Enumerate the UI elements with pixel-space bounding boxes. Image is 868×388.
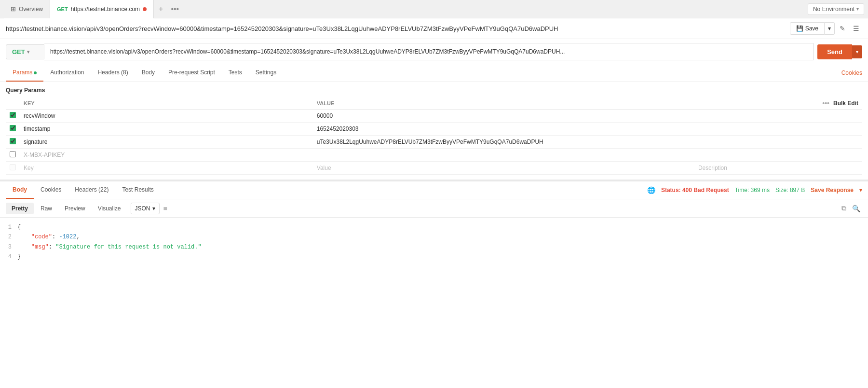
desc-placeholder[interactable]: Description — [698, 165, 727, 171]
bulk-edit-button[interactable]: Bulk Edit — [833, 100, 858, 107]
save-response-button[interactable]: Save Response — [811, 187, 854, 194]
subtab-preview[interactable]: Preview — [59, 203, 91, 214]
save-button[interactable]: 💾 Save — [790, 22, 825, 35]
query-params-section: Query Params KEY VALUE ••• Bulk Edit rec… — [0, 82, 868, 180]
overview-label: Overview — [19, 6, 43, 13]
tab-tests[interactable]: Tests — [222, 64, 249, 82]
subtab-raw[interactable]: Raw — [35, 203, 58, 214]
response-tabs-row: Body Cookies Headers (22) Test Results 🌐… — [0, 181, 868, 199]
url-title-bar: https://testnet.binance.vision/api/v3/op… — [0, 18, 868, 39]
subtab-pretty[interactable]: Pretty — [6, 203, 34, 214]
send-button[interactable]: Send — [817, 44, 852, 59]
request-tabs-row: Params Authorization Headers (8) Body Pr… — [0, 64, 868, 82]
json-line-2: 2 "code" : -1022 , — [6, 232, 862, 242]
search-button[interactable]: 🔍 — [850, 202, 862, 214]
edit-button[interactable]: ✎ — [837, 22, 848, 35]
save-label: Save — [805, 25, 818, 32]
line-number: 2 — [6, 232, 17, 242]
save-dropdown-icon: ▾ — [828, 25, 831, 32]
send-dropdown-button[interactable]: ▾ — [852, 45, 862, 58]
response-size: Size: 897 B — [775, 187, 805, 194]
json-brace-close: } — [17, 252, 21, 262]
param-checkbox[interactable] — [10, 151, 16, 157]
filter-button[interactable]: ≡ — [161, 203, 170, 214]
param-row: timestamp 1652452020303 — [6, 123, 862, 136]
description-button[interactable]: ☰ — [850, 22, 862, 35]
response-action-icons: ⧉ 🔍 — [840, 202, 862, 214]
env-label: No Environment — [813, 6, 854, 13]
copy-button[interactable]: ⧉ — [840, 202, 848, 214]
tab-params[interactable]: Params — [6, 64, 43, 82]
save-response-arrow-icon[interactable]: ▾ — [859, 187, 862, 194]
json-line-1: 1 { — [6, 222, 862, 232]
copy-icon: ⧉ — [841, 204, 846, 212]
tab-unsaved-dot — [143, 7, 147, 11]
json-line-4: 4 } — [6, 252, 862, 262]
save-dropdown-button[interactable]: ▾ — [825, 22, 835, 35]
response-status: Status: 400 Bad Request — [661, 187, 729, 194]
param-row-empty: Key Value Description — [6, 162, 862, 175]
tab-url-preview: https://testnet.binance.com — [71, 6, 140, 13]
th-actions: ••• Bulk Edit — [698, 99, 858, 107]
response-tab-cookies[interactable]: Cookies — [34, 181, 68, 199]
params-table: KEY VALUE ••• Bulk Edit recvWindow 60000 — [6, 97, 862, 175]
response-tab-body[interactable]: Body — [6, 181, 34, 199]
tab-active-request[interactable]: GET https://testnet.binance.com — [50, 0, 154, 18]
param-value[interactable]: uTe3Ux38L2LqgUuhweADYP8rELVUb7ZM3tFzwByy… — [317, 139, 543, 145]
response-time: Time: 369 ms — [735, 187, 770, 194]
send-button-group: Send ▾ — [817, 44, 862, 59]
tab-authorization[interactable]: Authorization — [43, 64, 91, 82]
more-tabs-button[interactable]: ••• — [168, 0, 182, 18]
method-value: GET — [12, 48, 25, 55]
param-checkbox[interactable] — [10, 164, 16, 170]
subtab-visualize[interactable]: Visualize — [92, 203, 127, 214]
json-value-msg: "Signature for this request is not valid… — [55, 242, 201, 252]
param-key[interactable]: timestamp — [24, 125, 50, 132]
tab-bar: ⊞ Overview GET https://testnet.binance.c… — [0, 0, 868, 18]
response-tab-testresults[interactable]: Test Results — [115, 181, 160, 199]
response-subtabs: Pretty Raw Preview Visualize JSON ▾ ≡ ⧉ … — [0, 199, 868, 218]
param-row: X-MBX-APIKEY — [6, 149, 862, 162]
format-label: JSON — [135, 205, 150, 212]
tab-prerequest[interactable]: Pre-request Script — [162, 64, 222, 82]
param-checkbox[interactable] — [10, 138, 16, 144]
param-key[interactable]: X-MBX-APIKEY — [24, 152, 65, 158]
method-chevron-icon: ▾ — [27, 49, 29, 55]
param-checkbox[interactable] — [10, 125, 16, 131]
format-chevron-icon: ▾ — [152, 205, 155, 212]
format-selector[interactable]: JSON ▾ — [131, 203, 160, 214]
search-icon: 🔍 — [852, 205, 860, 212]
value-placeholder[interactable]: Value — [317, 165, 331, 171]
param-value[interactable]: 60000 — [317, 112, 333, 119]
method-selector[interactable]: GET ▾ — [6, 44, 44, 59]
param-row: signature uTe3Ux38L2LqgUuhweADYP8rELVUb7… — [6, 136, 862, 149]
response-tab-headers[interactable]: Headers (22) — [68, 181, 115, 199]
save-button-group: 💾 Save ▾ — [790, 22, 835, 35]
tab-headers[interactable]: Headers (8) — [91, 64, 135, 82]
tab-settings[interactable]: Settings — [249, 64, 283, 82]
tab-overview[interactable]: ⊞ Overview — [4, 0, 50, 18]
response-area: Body Cookies Headers (22) Test Results 🌐… — [0, 181, 868, 267]
json-key-msg: "msg" — [31, 242, 49, 252]
url-input[interactable] — [44, 43, 814, 60]
environment-selector[interactable]: No Environment ▾ — [808, 3, 864, 15]
tab-method-label: GET — [57, 6, 68, 12]
key-placeholder[interactable]: Key — [24, 165, 34, 171]
cookies-link[interactable]: Cookies — [841, 69, 862, 76]
col-key: KEY — [20, 97, 313, 110]
tab-body[interactable]: Body — [135, 64, 162, 82]
json-value-code: -1022 — [59, 232, 76, 242]
method-url-row: GET ▾ Send ▾ — [0, 39, 868, 64]
json-line-3: 3 "msg" : "Signature for this request is… — [6, 242, 862, 252]
more-options-icon[interactable]: ••• — [822, 99, 829, 107]
line-number: 3 — [6, 242, 17, 252]
tab-bar-right: No Environment ▾ — [808, 3, 864, 15]
line-number: 1 — [6, 222, 17, 232]
param-key[interactable]: signature — [24, 139, 47, 145]
param-checkbox[interactable] — [10, 112, 16, 118]
description-icon: ☰ — [853, 25, 859, 32]
params-dot — [34, 71, 37, 74]
param-value[interactable]: 1652452020303 — [317, 125, 359, 132]
add-tab-button[interactable]: + — [154, 0, 168, 18]
param-key[interactable]: recvWindow — [24, 112, 55, 119]
